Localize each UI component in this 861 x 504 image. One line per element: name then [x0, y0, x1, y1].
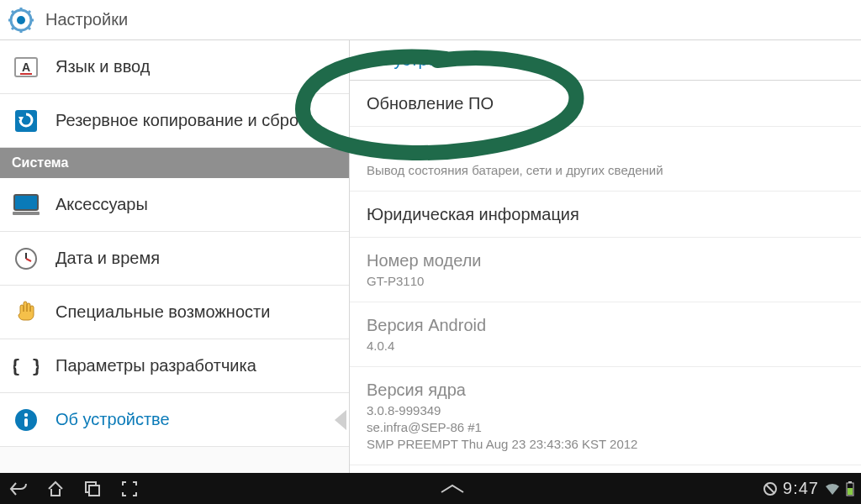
item-title: Юридическая информация	[367, 203, 844, 225]
selected-indicator-icon	[330, 410, 350, 430]
page-title: Настройки	[45, 10, 128, 29]
titlebar: Настройки	[0, 0, 861, 40]
dock-monitor-icon	[12, 191, 40, 219]
svg-line-6	[12, 11, 14, 13]
info-icon	[12, 406, 40, 434]
nav-recent-button[interactable]	[74, 473, 111, 504]
sidebar-item-label: Специальные возможности	[55, 302, 270, 322]
svg-rect-31	[848, 488, 853, 495]
nav-expand-handle[interactable]	[148, 484, 756, 494]
sidebar-item-datetime[interactable]: Дата и время	[0, 232, 349, 286]
svg-line-8	[12, 27, 14, 29]
battery-icon	[846, 481, 854, 496]
svg-line-9	[28, 11, 30, 13]
item-title: Обновление ПО	[367, 92, 844, 114]
clock-icon	[12, 244, 40, 273]
item-title: Состояние	[367, 139, 844, 160]
sync-disabled-icon	[763, 481, 778, 496]
sidebar-section-system: Система	[0, 148, 349, 178]
nav-screenshot-button[interactable]	[111, 473, 148, 504]
item-status[interactable]: Состояние Вывод состояния батареи, сети …	[350, 127, 861, 192]
sidebar-item-accessories[interactable]: Аксессуары	[0, 178, 349, 232]
sidebar-item-developer[interactable]: { } Параметры разработчика	[0, 339, 349, 393]
sidebar-item-label: Об устройстве	[55, 410, 170, 429]
settings-gear-icon	[8, 8, 34, 33]
svg-marker-24	[335, 410, 346, 430]
detail-pane: Об устройстве Обновление ПО Состояние Вы…	[350, 40, 861, 473]
svg-point-22	[24, 412, 28, 416]
item-subtitle: 3.0.8-999349 se.infra@SEP-86 #1 SMP PREE…	[367, 402, 844, 453]
item-legal[interactable]: Юридическая информация	[350, 192, 861, 238]
status-area[interactable]: 9:47	[756, 479, 861, 498]
svg-rect-26	[89, 486, 99, 496]
svg-rect-23	[24, 418, 28, 427]
item-title: Номер модели	[367, 249, 844, 271]
sidebar-item-accessibility[interactable]: Специальные возможности	[0, 286, 349, 339]
sidebar-item-label: Параметры разработчика	[55, 356, 256, 375]
backup-restore-icon	[12, 107, 40, 135]
detail-header: Об устройстве	[350, 40, 861, 81]
svg-line-28	[766, 485, 774, 493]
language-icon: A	[12, 53, 40, 81]
detail-header-title: Об устройстве	[367, 50, 481, 70]
svg-line-7	[28, 27, 30, 29]
item-model[interactable]: Номер модели GT-P3110	[350, 238, 861, 302]
svg-text:A: A	[22, 60, 30, 74]
sidebar-item-language[interactable]: A Язык и ввод	[0, 40, 349, 94]
item-subtitle: 4.0.4	[367, 338, 844, 354]
item-subtitle: GT-P3110	[367, 273, 844, 290]
item-title: Версия Android	[367, 314, 844, 336]
braces-icon: { }	[12, 352, 40, 381]
svg-point-1	[17, 16, 25, 24]
sidebar-item-label: Аксессуары	[55, 195, 148, 214]
settings-sidebar: A Язык и ввод Резервное копирование и сб…	[0, 40, 350, 473]
item-android-version[interactable]: Версия Android 4.0.4	[350, 302, 861, 367]
hand-icon	[12, 298, 40, 327]
item-kernel-version[interactable]: Версия ядра 3.0.8-999349 se.infra@SEP-86…	[350, 367, 861, 465]
sidebar-item-backup[interactable]: Резервное копирование и сброс	[0, 94, 349, 148]
svg-text:{ }: { }	[13, 355, 39, 376]
item-software-update[interactable]: Обновление ПО	[350, 81, 861, 127]
nav-home-button[interactable]	[37, 473, 74, 504]
sidebar-item-label: Дата и время	[55, 249, 160, 268]
svg-rect-16	[13, 212, 40, 215]
svg-rect-15	[14, 195, 38, 210]
wifi-icon	[824, 481, 841, 496]
sidebar-item-label: Язык и ввод	[55, 57, 150, 76]
item-subtitle: Вывод состояния батареи, сети и других с…	[367, 162, 844, 179]
svg-rect-30	[848, 481, 852, 483]
sidebar-item-label: Резервное копирование и сброс	[55, 111, 307, 130]
sidebar-item-about[interactable]: Об устройстве	[0, 393, 349, 447]
item-title: Версия ядра	[367, 379, 844, 401]
status-clock: 9:47	[783, 479, 819, 498]
nav-back-button[interactable]	[0, 473, 37, 504]
system-navbar: 9:47	[0, 473, 861, 504]
